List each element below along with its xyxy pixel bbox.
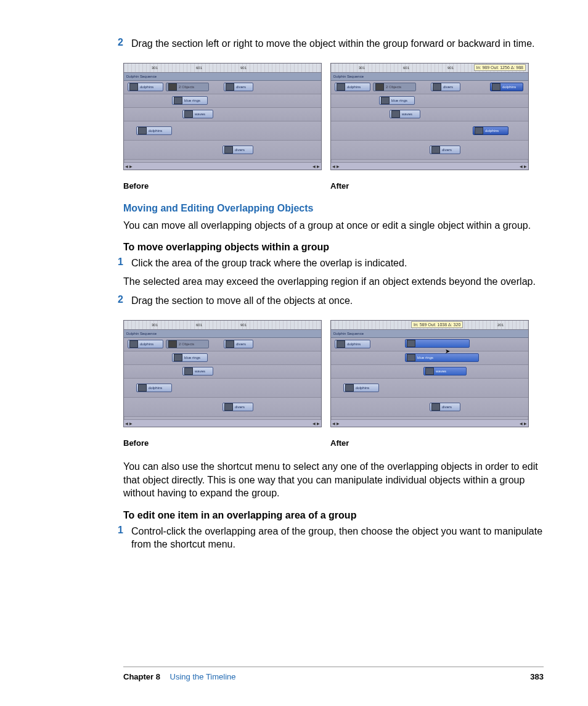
timeline-track: dolphins ➤ [331,338,528,351]
timeline-track: waves [331,108,528,121]
timeline-ruler: 301 601 901 [124,64,321,73]
clip-dolphins: dolphins [335,83,370,91]
timeline-track: blue rings [124,351,321,365]
page-footer: Chapter 8 Using the Timeline 383 [123,667,544,681]
step-text: Drag the section left or right to move t… [131,37,544,51]
clip-waves-selected: waves [423,367,467,376]
step-text: Click the area of the group track where … [131,257,544,270]
clip-blue-rings: blue rings [379,96,415,105]
step-item: 2 Drag the section to move all of the ob… [123,294,544,308]
step-text: Control-click the overlapping area of th… [131,525,544,551]
group-header: Dolphin Sequence [331,330,528,338]
timeline-track: divers [331,398,528,417]
clip-dolphins: dolphins [343,384,379,392]
task-heading: To move overlapping objects within a gro… [123,242,544,253]
timeline-screenshot: In: 989 Out: 1256 Δ: 988 301 601 901 Dol… [330,63,529,170]
timeline-track: waves [331,365,528,379]
ruler-mark: 601 [403,66,409,70]
group-header: Dolphin Sequence [331,73,528,81]
step-number: 2 [99,37,131,51]
timeline-track: blue rings [124,94,321,108]
clip-dolphins-selected: dolphins [490,83,523,91]
timeline-track: dolphins [331,121,528,141]
timeline-screenshot: In: 589 Out: 1038 Δ: 320 201 Dolphin Seq… [330,320,529,427]
overlap-pill: 2 Objects [373,83,416,91]
caption-before: Before [123,438,321,448]
step-item: 2 Drag the section left or right to move… [123,37,544,51]
overlap-pill: 2 Objects [166,340,209,348]
timeline-track: dolphins [331,379,528,398]
clip-dolphins: dolphins [128,83,163,91]
figure-before: 301 601 901 Dolphin Sequence dolphins 2 … [123,63,321,170]
scrollbar: ◀ ▶◀ ▶ [331,162,528,170]
timeline-screenshot: 301 601 901 Dolphin Sequence dolphins 2 … [123,63,322,170]
clip-dolphins: dolphins [128,340,163,348]
timeline-ruler: 301 601 901 [124,321,321,330]
group-header: Dolphin Sequence [124,330,321,338]
step-text: Drag the section to move all of the obje… [131,294,544,308]
ruler-mark: 601 [196,323,202,327]
figure-before: 301 601 901 Dolphin Sequence dolphins 2 … [123,320,321,427]
clip-waves: waves [390,110,420,118]
caption-row: Before After [123,438,544,448]
footer-chapter: Chapter 8 [123,672,160,681]
caption-after: After [330,438,528,448]
clip-divers: divers [224,340,253,348]
task-heading: To edit one item in an overlapping area … [123,510,544,521]
body-text: You can move all overlapping objects of … [123,219,544,232]
clip-blue-rings: blue rings [172,353,208,362]
step-item: 1 Control-click the overlapping area of … [123,525,544,551]
ruler-mark: 301 [359,66,365,70]
clip-selection [405,339,470,348]
clip-divers: divers [431,83,460,91]
ruler-mark: 201 [497,323,504,327]
cursor-icon: ➤ [445,348,450,355]
ruler-mark: 901 [447,66,454,70]
ruler-mark: 901 [240,66,247,70]
ruler-mark: 601 [196,66,202,70]
footer-title: Using the Timeline [170,672,236,681]
ruler-mark: 901 [240,323,247,327]
clip-waves: waves [182,110,213,118]
scrollbar: ◀ ▶◀ ▶ [124,419,321,427]
body-text: The selected area may exceed the overlap… [123,275,544,289]
group-header: Dolphin Sequence [124,73,321,81]
timeline-track: dolphins 2 Objects divers [124,338,321,351]
timeline-track: waves [124,365,321,379]
caption-after: After [330,181,528,191]
timeline-track: dolphins 2 Objects divers dolphins [331,81,528,94]
clip-blue-rings-selected: blue rings [405,353,479,362]
caption-row: Before After [123,181,544,191]
scrollbar: ◀ ▶◀ ▶ [124,162,321,170]
timeline-track: dolphins [124,379,321,398]
body-text: You can also use the shortcut menu to se… [123,460,544,500]
overlap-pill: 2 Objects [166,83,209,91]
tooltip: In: 589 Out: 1038 Δ: 320 [411,321,463,328]
step-item: 1 Click the area of the group track wher… [123,257,544,270]
tooltip: In: 989 Out: 1256 Δ: 988 [474,64,526,71]
figure-pair: 301 601 901 Dolphin Sequence dolphins 2 … [123,63,544,170]
clip-divers: divers [223,146,253,154]
timeline-track: dolphins [124,121,321,141]
timeline-track: blue rings [331,94,528,108]
clip-waves: waves [182,367,213,376]
clip-dolphins: dolphins [136,384,172,392]
step-number: 1 [99,257,131,270]
ruler-mark: 301 [152,323,158,327]
clip-divers: divers [430,146,460,154]
timeline-track: blue rings [331,351,528,365]
timeline-track: waves [124,108,321,121]
timeline-track: divers [124,141,321,160]
step-number: 1 [99,525,131,551]
timeline-track: divers [331,141,528,160]
figure-after: In: 589 Out: 1038 Δ: 320 201 Dolphin Seq… [330,320,528,427]
timeline-track: dolphins 2 Objects divers [124,81,321,94]
clip-divers: divers [430,403,460,411]
page-number: 383 [530,672,544,681]
caption-before: Before [123,181,321,191]
ruler-mark: 301 [152,66,158,70]
clip-divers: divers [223,403,253,411]
timeline-screenshot: 301 601 901 Dolphin Sequence dolphins 2 … [123,320,322,427]
section-heading: Moving and Editing Overlapping Objects [123,203,544,214]
clip-divers: divers [224,83,253,91]
